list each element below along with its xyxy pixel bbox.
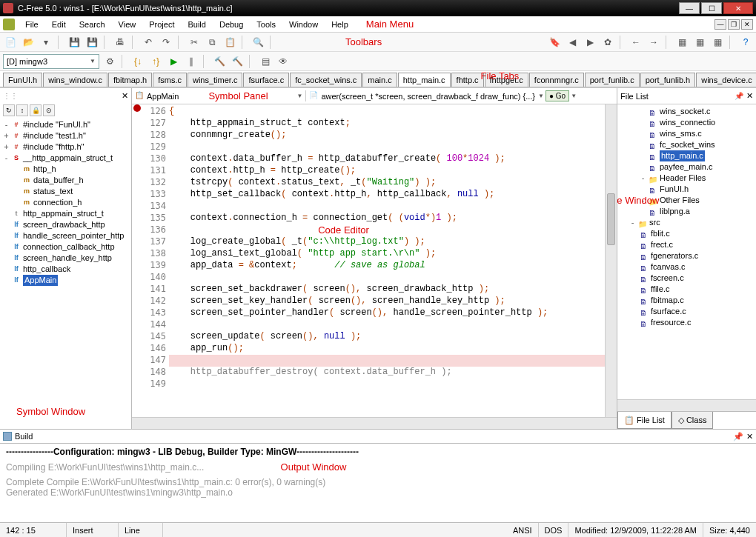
sym-scope-icon[interactable]: ⊙	[43, 104, 55, 116]
tab-fconnmngr-c[interactable]: fconnmngr.c	[529, 73, 584, 87]
symbol-item[interactable]: mstatus_text	[1, 186, 130, 197]
cut-button[interactable]: ✂	[187, 35, 202, 50]
mdi-restore-button[interactable]: ❐	[728, 19, 740, 30]
minimize-button[interactable]: —	[679, 2, 700, 14]
symbol-item[interactable]: -S__http_appmain_struct_t	[1, 153, 130, 164]
new-file-button[interactable]: 📄	[3, 35, 18, 50]
tab-fhttpget-c[interactable]: fhttpget.cFile Tabs	[485, 73, 528, 87]
sym-sort-icon[interactable]: ↕	[16, 104, 28, 116]
breakpoint-icon[interactable]	[133, 104, 141, 112]
symbol-item[interactable]: lfhttp_callback	[1, 264, 130, 275]
file-tab-class[interactable]: ◇ Class	[672, 412, 714, 429]
config-settings-button[interactable]: ⚙	[102, 54, 117, 69]
mdi-close-button[interactable]: ✕	[741, 19, 753, 30]
file-item[interactable]: 🗎wins_socket.c	[619, 106, 755, 117]
symbol-panel-left[interactable]: AppMain	[147, 92, 179, 101]
folder-item[interactable]: -📁Other FilesFile Tree Window	[619, 195, 755, 206]
symbol-item[interactable]: lfAppMain	[1, 275, 130, 286]
file-list-close-icon[interactable]: ✕	[746, 91, 753, 101]
run-button[interactable]: ▶	[166, 54, 181, 69]
file-item[interactable]: 🗎fc_socket_wins	[619, 139, 755, 150]
menu-tools[interactable]: Tools	[251, 19, 282, 30]
config-combo[interactable]: [D] mingw3 ▼	[3, 54, 99, 69]
folder-item[interactable]: -📁src	[619, 217, 755, 228]
editor-hscrollbar[interactable]	[132, 417, 617, 429]
filetree-hscrollbar[interactable]	[617, 399, 756, 411]
menu-edit[interactable]: Edit	[46, 19, 72, 30]
paste-button[interactable]: 📋	[222, 35, 237, 50]
menu-debug[interactable]: Debug	[213, 19, 249, 30]
tab-wins-timer-c[interactable]: wins_timer.c	[188, 73, 243, 87]
pause-button[interactable]: ∥	[184, 54, 199, 69]
output-pin-icon[interactable]: 📌	[733, 432, 743, 441]
find-button[interactable]: 🔍	[251, 35, 265, 50]
file-item[interactable]: 🗎fresource.c	[619, 317, 755, 328]
build-button[interactable]: 🔨	[212, 54, 227, 69]
step-out-button[interactable]: ↑}	[148, 54, 163, 69]
file-item[interactable]: 🗎liblpng.a	[619, 206, 755, 217]
menu-file[interactable]: File	[19, 19, 44, 30]
file-item[interactable]: 🗎fsurface.c	[619, 306, 755, 317]
menu-project[interactable]: Project	[143, 19, 180, 30]
tab-funui-h[interactable]: FunUI.h	[3, 73, 42, 87]
file-item[interactable]: 🗎fcanvas.c	[619, 261, 755, 273]
symbol-item[interactable]: mconnection_h	[1, 197, 130, 208]
tab-fsms-c[interactable]: fsms.c	[153, 73, 187, 87]
output-window[interactable]: ----------------Configuration: mingw3 - …	[0, 444, 756, 522]
symbol-item[interactable]: +##include "fhttp.h"	[1, 141, 130, 153]
help-button[interactable]: ?	[738, 35, 753, 50]
file-item[interactable]: 🗎http_main.c	[619, 150, 755, 161]
tab-fbitmap-h[interactable]: fbitmap.h	[108, 73, 152, 87]
print-button[interactable]: 🖶	[113, 35, 127, 50]
tab-main-c[interactable]: main.c	[362, 73, 397, 87]
open-button[interactable]: 📂	[21, 35, 36, 50]
undo-button[interactable]: ↶	[141, 35, 156, 50]
panel-toggle-2[interactable]: ▦	[692, 35, 707, 50]
symbol-item[interactable]: lfscreen_handle_key_http	[1, 253, 130, 264]
symbol-panel-right[interactable]: awer(screen_t *screen, screen_drawback_f…	[321, 92, 535, 101]
output-button[interactable]: ▤	[258, 54, 273, 69]
go-button[interactable]: ● Go	[546, 90, 569, 101]
file-item[interactable]: 🗎fgenerators.c	[619, 250, 755, 261]
file-item[interactable]: 🗎FunUI.h	[619, 184, 755, 195]
nav-back-button[interactable]: ←	[629, 35, 643, 50]
bookmark-clear-button[interactable]: ✿	[600, 35, 615, 50]
tab-wins-window-c[interactable]: wins_window.c	[43, 73, 107, 87]
code-editor[interactable]: { http_appmain_struct_t context; connmng…	[169, 104, 605, 417]
file-item[interactable]: 🗎wins_connectio	[619, 117, 755, 128]
symbol-item[interactable]: lfconnection_callback_http	[1, 241, 130, 253]
menu-help[interactable]: Help	[325, 19, 354, 30]
maximize-button[interactable]: ☐	[701, 2, 722, 14]
file-item[interactable]: 🗎ffile.c	[619, 284, 755, 295]
mdi-minimize-button[interactable]: —	[714, 19, 726, 30]
close-button[interactable]: ✕	[723, 2, 753, 14]
bookmark-toggle-button[interactable]: 🔖	[547, 35, 562, 50]
symbol-item[interactable]: thttp_appmain_struct_t	[1, 208, 130, 219]
menu-search[interactable]: Search	[73, 19, 111, 30]
watch-button[interactable]: 👁	[276, 54, 291, 69]
file-item[interactable]: 🗎wins_sms.c	[619, 128, 755, 139]
copy-button[interactable]: ⧉	[205, 35, 219, 50]
symbol-item[interactable]: -##include "FunUI.h"	[1, 119, 130, 130]
save-button[interactable]: 💾	[67, 35, 82, 50]
redo-button[interactable]: ↷	[159, 35, 173, 50]
menu-build[interactable]: Build	[182, 19, 211, 30]
bookmark-prev-button[interactable]: ◀	[565, 35, 580, 50]
panel-toggle-1[interactable]: ▦	[674, 35, 689, 50]
file-list-pin-icon[interactable]: 📌	[735, 92, 743, 100]
sym-refresh-icon[interactable]: ↻	[3, 104, 15, 116]
output-close-icon[interactable]: ✕	[746, 432, 753, 441]
file-item[interactable]: 🗎fscreen.c	[619, 273, 755, 284]
line-gutter[interactable]: 1261271281291301311321331341351361371381…	[142, 104, 169, 417]
menu-window[interactable]: Window	[283, 19, 324, 30]
step-in-button[interactable]: {↓	[130, 54, 145, 69]
editor-vscrollbar[interactable]	[605, 104, 617, 417]
file-item[interactable]: 🗎fbitmap.c	[619, 295, 755, 306]
panel-toggle-3[interactable]: ▦	[710, 35, 725, 50]
symbol-item[interactable]: mhttp_h	[1, 164, 130, 175]
file-tab-file-list[interactable]: 📋 File List	[617, 412, 672, 429]
symbol-item[interactable]: lfscreen_drawback_http	[1, 219, 130, 230]
file-item[interactable]: 🗎fblit.c	[619, 228, 755, 239]
symbol-item[interactable]: +##include "test1.h"	[1, 130, 130, 141]
file-item[interactable]: 🗎frect.c	[619, 239, 755, 250]
